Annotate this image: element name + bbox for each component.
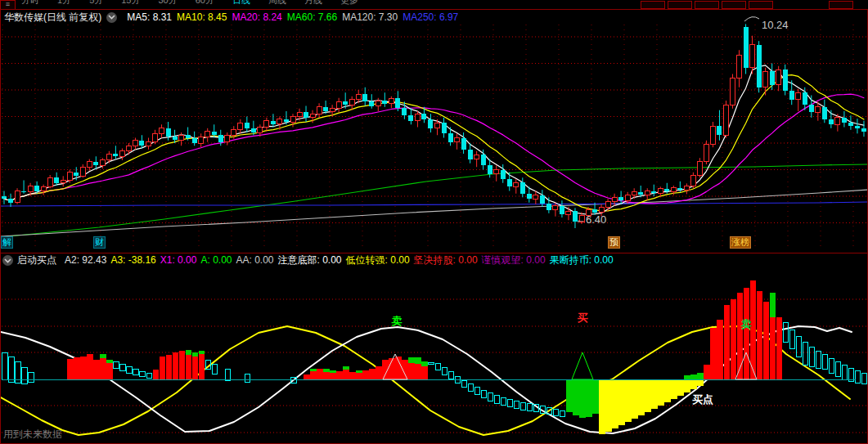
toolbar-button[interactable] — [695, 1, 719, 9]
chart-title-row: 华数传媒(日线 前复权) MA5: 8.31MA10: 8.45MA20: 8.… — [4, 11, 458, 23]
period-tab-15分[interactable]: 15分 — [121, 0, 140, 9]
svg-text:10.24: 10.24 — [762, 19, 789, 31]
ma-values-row: MA5: 8.31MA10: 8.45MA20: 8.24MA60: 7.66M… — [122, 11, 458, 23]
indicator-param: 坚决持股: 0.00 — [414, 254, 478, 266]
period-tab-更多[interactable]: 更多 — [340, 0, 358, 9]
period-tab-5分[interactable]: 5分 — [89, 0, 103, 9]
toolbar-button[interactable] — [641, 1, 665, 9]
event-badge-财[interactable]: 财 — [93, 236, 106, 249]
toolbar-button[interactable] — [668, 1, 692, 9]
toolbar-button[interactable] — [722, 1, 746, 9]
event-badge-解[interactable]: 解 — [1, 236, 13, 249]
event-badge-涨榜[interactable]: 涨榜 — [730, 236, 751, 249]
ma-value-MA10: MA10: 8.45 — [177, 11, 227, 23]
chevron-down-icon[interactable] — [2, 255, 13, 266]
indicator-param: AA: 0.00 — [236, 254, 273, 266]
period-tab-row: 分时1分5分15分30分60分日线周线月线更多 — [21, 0, 358, 9]
svg-text:卖: 卖 — [392, 315, 403, 327]
ma-value-MA5: MA5: 8.31 — [127, 11, 172, 23]
ma-value-MA20: MA20: 8.24 — [232, 11, 281, 23]
period-tab-1分[interactable]: 1分 — [57, 0, 71, 9]
indicator-param: A3: -38.16 — [110, 254, 155, 266]
period-tab-60分[interactable]: 60分 — [196, 0, 214, 9]
indicator-chart[interactable]: 卖买卖买点 — [1, 267, 867, 443]
hamburger-menu-icon[interactable]: ≡ — [0, 0, 16, 9]
period-tab-日线[interactable]: 日线 — [232, 0, 250, 9]
svg-text:买点: 买点 — [692, 393, 713, 406]
indicator-param: 谨慎观望: 0.00 — [482, 254, 546, 266]
indicator-param: 注意底部: 0.00 — [278, 254, 342, 266]
indicator-param: 果断持币: 0.00 — [550, 254, 614, 266]
period-tab-分时[interactable]: 分时 — [21, 0, 39, 9]
indicator-param: A: 0.00 — [200, 254, 232, 266]
indicator-name[interactable]: 启动买点 — [17, 253, 56, 267]
ma-value-MA60: MA60: 7.66 — [287, 11, 337, 23]
chevron-down-icon[interactable] — [106, 12, 117, 23]
future-data-note: 用到未来数据 — [3, 428, 62, 442]
ma-value-MA120: MA120: 7.30 — [342, 11, 398, 23]
indicator-param: X1: 0.00 — [160, 254, 197, 266]
event-badge-预[interactable]: 预 — [608, 236, 620, 249]
period-tab-月线[interactable]: 月线 — [304, 0, 322, 9]
period-tab-周线[interactable]: 周线 — [268, 0, 286, 9]
stock-title: 华数传媒(日线 前复权) — [4, 11, 101, 25]
period-tab-30分[interactable]: 30分 — [159, 0, 178, 9]
candlestick-chart[interactable]: 10.24←6.40 — [1, 10, 867, 253]
toolbar-button[interactable] — [829, 1, 853, 9]
svg-text:←6.40: ←6.40 — [575, 213, 606, 226]
ma-value-MA250: MA250: 6.97 — [403, 11, 458, 23]
svg-text:卖: 卖 — [741, 318, 752, 330]
indicator-param: 低位转强: 0.00 — [346, 254, 410, 266]
indicator-header-row: 启动买点 A2: 92.43A3: -38.16X1: 0.00A: 0.00A… — [2, 254, 614, 267]
svg-text:买: 买 — [578, 312, 588, 324]
main-chart-panel: 10.24←6.40 华数传媒(日线 前复权) MA5: 8.31MA10: 8… — [0, 9, 868, 253]
indicator-panel: 启动买点 A2: 92.43A3: -38.16X1: 0.00A: 0.00A… — [0, 253, 868, 444]
stock-app-window: ≡ 分时1分5分15分30分60分日线周线月线更多 10.24←6.40 华数传… — [0, 0, 868, 444]
toolbar-button[interactable] — [749, 1, 773, 9]
indicator-param: A2: 92.43 — [65, 254, 106, 266]
indicator-params: A2: 92.43A3: -38.16X1: 0.00A: 0.00AA: 0.… — [61, 253, 614, 267]
top-menu-bar: ≡ 分时1分5分15分30分60分日线周线月线更多 — [0, 0, 868, 9]
